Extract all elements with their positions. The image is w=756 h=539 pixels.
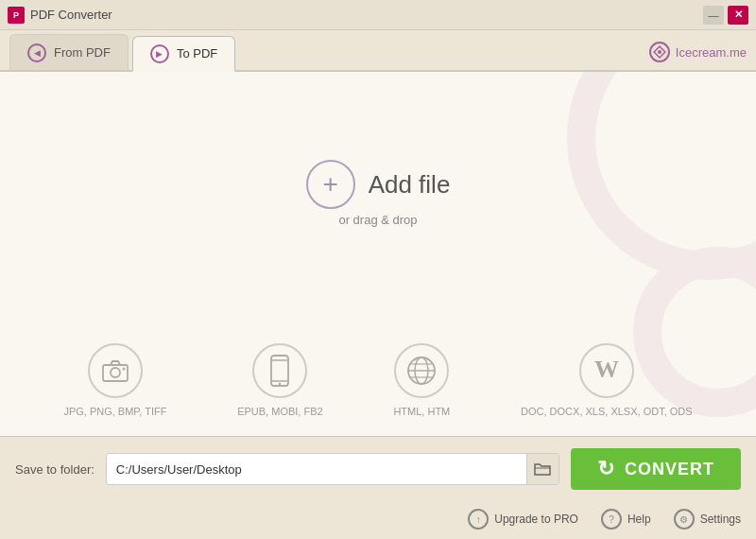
save-row: Save to folder: ↻ CONVERT — [0, 437, 756, 501]
title-bar-left: P PDF Converter — [8, 7, 112, 24]
convert-icon: ↻ — [597, 457, 615, 481]
file-type-ebook: EPUB, MOBI, FB2 — [237, 343, 322, 417]
folder-icon — [534, 461, 551, 477]
images-label: JPG, PNG, BMP, TIFF — [63, 406, 166, 417]
tab-bar: ◀ From PDF ▶ To PDF Icecream.me — [0, 30, 756, 72]
svg-point-1 — [658, 50, 662, 54]
to-pdf-arrow: ▶ — [156, 49, 163, 59]
footer: ↑ Upgrade to PRO ? Help ⚙ Settings — [0, 501, 756, 539]
help-icon: ? — [609, 514, 614, 525]
save-path-input[interactable] — [107, 462, 526, 477]
settings-icon-circle: ⚙ — [674, 509, 695, 530]
html-icon-circle — [394, 343, 449, 398]
svg-point-8 — [279, 383, 281, 385]
file-type-doc: W DOC, DOCX, XLS, XLSX, ODT, ODS — [521, 343, 693, 417]
window-title: PDF Converter — [30, 8, 112, 22]
website-icon — [649, 42, 670, 62]
add-file-label: Add file — [369, 170, 451, 200]
file-type-images: JPG, PNG, BMP, TIFF — [63, 343, 166, 417]
tabs-container: ◀ From PDF ▶ To PDF — [9, 34, 235, 70]
mobile-icon — [269, 355, 290, 387]
images-icon-circle — [88, 343, 143, 398]
doc-label: DOC, DOCX, XLS, XLSX, ODT, ODS — [521, 406, 693, 417]
bottom-section: Save to folder: ↻ CONVERT ↑ — [0, 436, 756, 539]
doc-icon-circle: W — [579, 343, 634, 398]
ebook-label: EPUB, MOBI, FB2 — [237, 406, 322, 417]
from-pdf-arrow: ◀ — [34, 48, 41, 58]
gear-icon: ⚙ — [679, 514, 688, 525]
svg-point-3 — [111, 368, 120, 377]
from-pdf-icon: ◀ — [27, 43, 46, 62]
save-label: Save to folder: — [15, 462, 94, 477]
minimize-button[interactable]: — — [703, 6, 724, 25]
add-file-circle: + — [306, 160, 355, 209]
convert-button[interactable]: ↻ CONVERT — [571, 448, 741, 490]
convert-label: CONVERT — [625, 460, 714, 479]
upgrade-icon-circle: ↑ — [468, 509, 489, 530]
globe-icon — [405, 355, 438, 387]
tab-from-pdf[interactable]: ◀ From PDF — [9, 34, 129, 70]
plus-icon: + — [322, 169, 337, 200]
title-bar: P PDF Converter — ✕ — [0, 0, 756, 30]
app-icon: P — [8, 7, 25, 24]
add-file-button[interactable]: + Add file — [306, 160, 451, 209]
help-button[interactable]: ? Help — [601, 509, 651, 530]
from-pdf-label: From PDF — [54, 45, 111, 60]
tab-to-pdf[interactable]: ▶ To PDF — [132, 36, 235, 72]
browse-folder-button[interactable] — [526, 453, 558, 485]
drop-area[interactable]: + Add file or drag & drop — [0, 72, 756, 334]
word-icon: W — [591, 355, 623, 387]
ebook-icon-circle — [252, 343, 307, 398]
file-type-html: HTML, HTM — [393, 343, 450, 417]
save-input-wrapper — [106, 453, 559, 485]
website-label: Icecream.me — [676, 45, 747, 60]
svg-point-4 — [122, 368, 125, 371]
title-bar-controls: — ✕ — [703, 6, 748, 25]
to-pdf-label: To PDF — [177, 46, 217, 61]
main-content: + Add file or drag & drop JPG, PNG, BMP, — [0, 72, 756, 436]
html-label: HTML, HTM — [393, 406, 450, 417]
upgrade-icon: ↑ — [476, 514, 481, 525]
drag-drop-label: or drag & drop — [338, 213, 417, 227]
help-label: Help — [627, 513, 651, 526]
website-link[interactable]: Icecream.me — [649, 42, 747, 70]
camera-icon — [101, 359, 129, 382]
svg-text:W: W — [594, 356, 619, 383]
help-icon-circle: ? — [601, 509, 622, 530]
main-window: P PDF Converter — ✕ ◀ From PDF ▶ To PDF — [0, 0, 756, 539]
settings-label: Settings — [700, 513, 741, 526]
settings-button[interactable]: ⚙ Settings — [674, 509, 741, 530]
upgrade-label: Upgrade to PRO — [494, 513, 578, 526]
close-button[interactable]: ✕ — [728, 6, 748, 25]
to-pdf-icon: ▶ — [150, 44, 169, 63]
upgrade-button[interactable]: ↑ Upgrade to PRO — [468, 509, 578, 530]
file-types-container: JPG, PNG, BMP, TIFF EPUB, MOBI, FB2 — [0, 334, 756, 436]
diamond-icon — [653, 45, 666, 59]
